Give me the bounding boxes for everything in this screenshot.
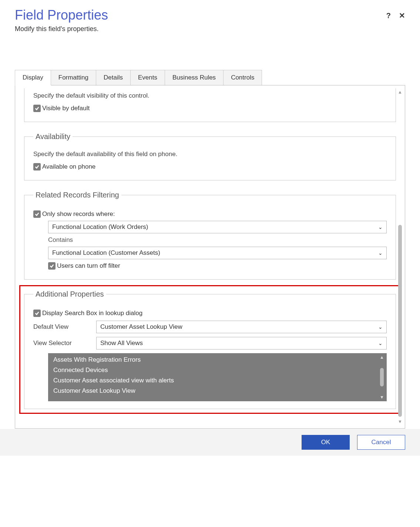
select-related-field-b[interactable]: Functional Location (Customer Assets) ⌄ xyxy=(48,247,387,259)
tab-details[interactable]: Details xyxy=(96,70,131,85)
checkbox-available-phone[interactable] xyxy=(33,163,41,170)
visibility-desc: Specify the default visibility of this c… xyxy=(33,92,387,99)
group-additional-properties: Additional Properties Display Search Box… xyxy=(24,290,396,409)
scroll-thumb[interactable] xyxy=(398,225,402,417)
legend-availability: Availability xyxy=(33,132,73,141)
select-related-field-b-value: Functional Location (Customer Assets) xyxy=(52,249,160,257)
select-related-field-a[interactable]: Functional Location (Work Orders) ⌄ xyxy=(48,221,387,233)
page-subtitle: Modify this field's properties. xyxy=(15,25,108,33)
scroll-up-icon[interactable]: ▲ xyxy=(398,89,402,95)
group-visibility: Specify the default visibility of this c… xyxy=(24,88,396,122)
view-selector-label: View Selector xyxy=(33,339,89,347)
select-default-view-value: Customer Asset Lookup View xyxy=(100,323,182,331)
list-item[interactable]: Customer Asset associated view with aler… xyxy=(53,375,376,386)
checkbox-display-search-box[interactable] xyxy=(33,310,41,317)
list-item[interactable]: Customer Asset Lookup View xyxy=(53,386,376,396)
scroll-down-icon[interactable]: ▼ xyxy=(398,419,402,424)
help-icon[interactable]: ? xyxy=(386,11,391,20)
chevron-down-icon: ⌄ xyxy=(378,250,383,256)
select-related-field-a-value: Functional Location (Work Orders) xyxy=(52,223,148,231)
availability-desc: Specify the default availability of this… xyxy=(33,151,387,158)
legend-related: Related Records Filtering xyxy=(33,191,121,199)
list-item[interactable]: Assets With Registration Errors xyxy=(53,355,376,365)
field-properties-dialog: Field Properties Modify this field's pro… xyxy=(0,0,420,429)
tab-content: Specify the default visibility of this c… xyxy=(15,85,405,429)
checkbox-users-turn-off-filter-label: Users can turn off filter xyxy=(57,262,120,270)
scroll-down-icon[interactable]: ▼ xyxy=(380,395,384,400)
dialog-header: Field Properties Modify this field's pro… xyxy=(15,7,405,48)
dialog-footer: OK Cancel xyxy=(0,429,420,456)
group-availability: Availability Specify the default availab… xyxy=(24,132,396,180)
contains-label: Contains xyxy=(48,236,387,244)
list-item[interactable]: Connected Devices xyxy=(53,365,376,375)
scroll-track[interactable] xyxy=(398,97,402,417)
chevron-down-icon: ⌄ xyxy=(378,224,383,230)
checkbox-display-search-box-label: Display Search Box in lookup dialog xyxy=(42,310,142,317)
page-title: Field Properties xyxy=(15,7,108,23)
cancel-button[interactable]: Cancel xyxy=(357,435,405,450)
select-default-view[interactable]: Customer Asset Lookup View ⌄ xyxy=(96,321,387,333)
select-view-selector-value: Show All Views xyxy=(100,339,143,347)
listbox-scrollbar[interactable]: ▲ ▼ xyxy=(379,355,385,400)
tab-formatting[interactable]: Formatting xyxy=(51,70,96,85)
legend-additional: Additional Properties xyxy=(33,290,106,298)
views-listbox[interactable]: Assets With Registration Errors Connecte… xyxy=(48,353,387,401)
tab-display[interactable]: Display xyxy=(15,70,51,85)
default-view-label: Default View xyxy=(33,323,89,331)
scroll-up-icon[interactable]: ▲ xyxy=(380,355,384,360)
scroll-thumb[interactable] xyxy=(380,368,384,386)
select-view-selector[interactable]: Show All Views ⌄ xyxy=(96,337,387,349)
tab-bar: Display Formatting Details Events Busine… xyxy=(15,70,405,85)
checkbox-only-show-records-label: Only show records where: xyxy=(42,210,115,218)
checkbox-users-turn-off-filter[interactable] xyxy=(48,262,56,270)
checkbox-available-phone-label: Available on phone xyxy=(42,163,95,170)
checkbox-only-show-records[interactable] xyxy=(33,210,41,218)
tab-controls[interactable]: Controls xyxy=(223,70,262,85)
chevron-down-icon: ⌄ xyxy=(378,324,383,330)
checkbox-visible-default[interactable] xyxy=(33,105,41,112)
panel-scrollbar[interactable]: ▲ ▼ xyxy=(397,89,403,424)
tab-events[interactable]: Events xyxy=(130,70,165,85)
ok-button[interactable]: OK xyxy=(302,435,350,450)
tab-business-rules[interactable]: Business Rules xyxy=(165,70,224,85)
checkbox-visible-default-label: Visible by default xyxy=(42,105,90,112)
close-icon[interactable]: ✕ xyxy=(399,11,405,20)
group-related-records: Related Records Filtering Only show reco… xyxy=(24,191,396,280)
chevron-down-icon: ⌄ xyxy=(378,340,383,346)
